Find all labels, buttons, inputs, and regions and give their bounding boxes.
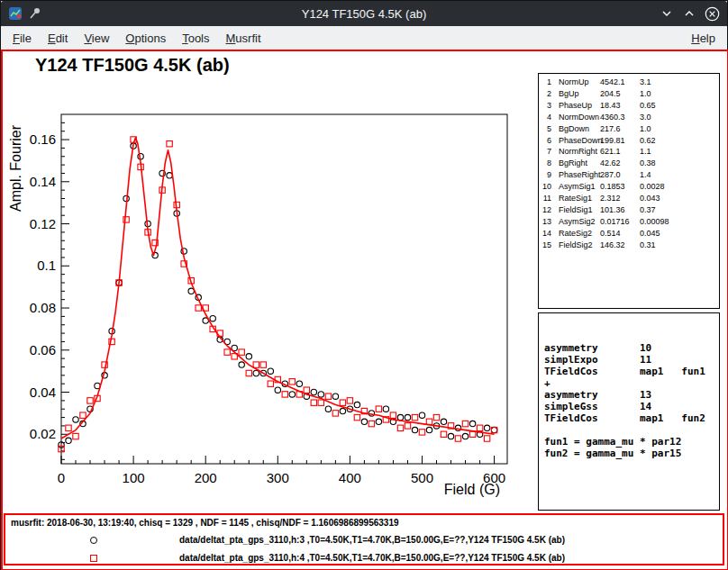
window-controls [659,5,720,22]
menu-file[interactable]: File [5,28,40,49]
theory-line: asymmetry 13 [544,389,719,401]
window-title: Y124 TF150G 4.5K (ab) [1,7,727,21]
svg-text:200: 200 [195,470,217,485]
parameter-row: 2BgUp204.51.0 [541,88,719,100]
theory-line: TFieldCos map1 fun1 [544,366,719,377]
theory-line: TFieldCos map1 fun2 [544,412,719,424]
theory-box: asymmetry 10simplExpo 11TFieldCos map1 f… [538,312,720,511]
chevron-down-icon [660,7,673,20]
close-button[interactable] [704,5,720,22]
svg-text:0.16: 0.16 [30,131,56,147]
svg-text:500: 500 [411,470,433,485]
fit-info: musrfit: 2018-06-30, 13:19:40, chisq = 1… [11,518,399,528]
parameter-row: 8BgRight42.620.38 [541,158,719,169]
minimize-button[interactable] [659,5,675,22]
fit-info-box: musrfit: 2018-06-30, 13:19:40, chisq = 1… [4,513,724,565]
theory-line: asymmetry 10 [544,342,719,354]
svg-text:0.02: 0.02 [30,426,56,441]
legend-row: data/deltat_pta_gps_3110,h:3 ,T0=4.50K,T… [5,532,723,550]
parameter-row: 13AsymSig20.017160.00098 [541,216,719,228]
pin-icon [28,6,44,21]
titlebar[interactable]: Y124 TF150G 4.5K (ab) [1,1,727,26]
svg-text:0: 0 [58,470,65,485]
parameter-row: 12FieldSig1101.360.37 [541,204,719,216]
svg-text:400: 400 [339,470,361,485]
fourier-plot[interactable]: 01002003004005006000.020.040.060.080.10.… [3,104,534,527]
parameter-row: 14RateSig20.5140.045 [541,228,719,240]
legend-label: data/deltat_pta_gps_3110,h:4 ,T0=4.50K,T… [179,553,565,563]
chevron-up-icon [683,7,696,20]
close-icon [705,6,720,22]
theory-line: + [544,377,719,389]
app-icon[interactable] [8,6,24,21]
menu-edit[interactable]: Edit [40,28,76,49]
legend-label: data/deltat_pta_gps_3110,h:3 ,T0=4.50K,T… [179,535,565,545]
parameter-row: 6PhaseDown199.810.62 [541,135,719,147]
menu-view[interactable]: View [76,28,117,49]
parameter-row: 7NormRight621.11.1 [541,146,719,158]
parameter-row: 9PhaseRight287.01.4 [541,169,719,181]
menubar-items: FileEditViewOptionsToolsMusrfit [5,28,269,49]
theory-line [544,424,719,436]
parameter-row: 15FieldSig2146.320.31 [541,240,719,251]
svg-text:100: 100 [123,470,145,485]
svg-text:0.04: 0.04 [30,385,56,400]
legend-row: data/deltat_pta_gps_3110,h:4 ,T0=4.50K,T… [5,550,723,568]
parameter-row: 1NormUp4542.13.1 [541,77,719,88]
legend-square-icon [90,555,97,562]
svg-text:0.14: 0.14 [30,174,56,189]
svg-text:0.1: 0.1 [37,258,56,273]
parameter-row: 3PhaseUp18.430.65 [541,100,719,112]
parameter-row: 11RateSig12.3120.043 [541,193,719,204]
theory-line: simpleGss 14 [544,401,719,412]
menu-help[interactable]: Help [683,28,723,49]
svg-text:300: 300 [267,470,289,485]
menu-tools[interactable]: Tools [174,28,217,49]
maximize-button[interactable] [681,5,697,22]
parameter-row: 10AsymSig10.18530.0028 [541,181,719,193]
theory-lines: asymmetry 10simplExpo 11TFieldCos map1 f… [544,342,719,459]
theory-line: fun2 = gamma_mu * par15 [544,448,719,459]
svg-text:0.06: 0.06 [30,342,56,357]
plot-title: Y124 TF150G 4.5K (ab) [35,55,230,76]
parameter-box: 1NormUp4542.13.12BgUp204.51.03PhaseUp18.… [538,73,720,309]
app-window: Y124 TF150G 4.5K (ab) FileEd [0,0,728,570]
menu-musrfit[interactable]: Musrfit [218,28,269,49]
svg-text:0.12: 0.12 [30,216,56,231]
svg-text:Field (G): Field (G) [444,482,500,497]
theory-line: fun1 = gamma_mu * par12 [544,436,719,448]
svg-text:Ampl. Fourier: Ampl. Fourier [8,124,23,212]
parameter-row: 4NormDown4360.33.0 [541,112,719,123]
parameter-row: 5BgDown217.61.0 [541,123,719,135]
legend-circle-icon [90,537,97,544]
theory-line: simplExpo 11 [544,354,719,366]
menu-options[interactable]: Options [117,28,174,49]
root-canvas[interactable]: Y124 TF150G 4.5K (ab) 010020030040050060… [1,50,728,570]
menubar: FileEditViewOptionsToolsMusrfit Help [1,26,727,50]
svg-text:0.08: 0.08 [30,300,56,315]
parameter-rows: 1NormUp4542.13.12BgUp204.51.03PhaseUp18.… [541,77,719,251]
